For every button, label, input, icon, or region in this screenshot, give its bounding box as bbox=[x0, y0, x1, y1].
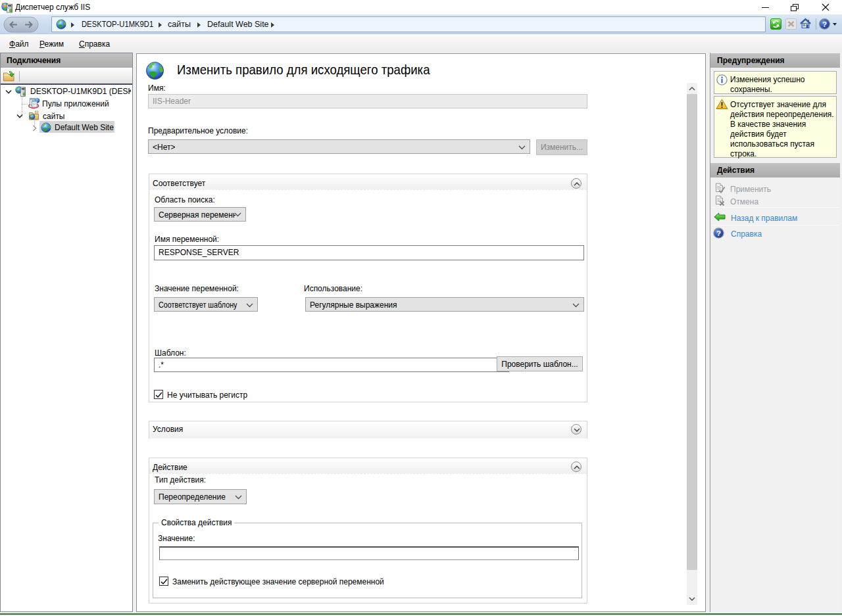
svg-text:?: ? bbox=[822, 20, 827, 28]
svg-text:?: ? bbox=[716, 229, 721, 237]
